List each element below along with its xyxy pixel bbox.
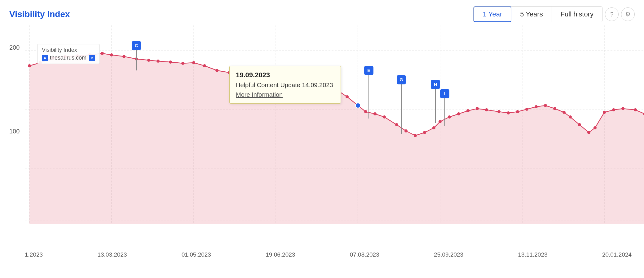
svg-point-63 [569, 115, 572, 119]
svg-point-28 [215, 69, 218, 72]
svg-point-60 [544, 104, 547, 107]
marker-pin-I: I [440, 89, 449, 98]
svg-point-61 [553, 107, 556, 110]
time-range-buttons: 1 Year 5 Years Full history [473, 6, 602, 22]
legend-label: Visibility Index [42, 47, 95, 53]
legend-domain: thesaurus.com [50, 55, 86, 61]
marker-I[interactable]: I [440, 89, 449, 126]
x-label-7: 13.11.2023 [518, 251, 547, 258]
x-axis: 1.2023 13.03.2023 01.05.2023 19.06.2023 … [25, 251, 632, 258]
svg-point-67 [603, 111, 606, 114]
svg-point-51 [457, 112, 460, 115]
chart-tooltip: 19.09.2023 Helpful Content Update 14.09.… [229, 66, 341, 104]
marker-pin-G: G [397, 75, 406, 84]
marker-line-G [401, 84, 402, 134]
svg-point-58 [525, 108, 528, 111]
svg-point-22 [147, 59, 150, 62]
chart-area: 200 100 [6, 25, 638, 267]
marker-line-E [368, 75, 369, 119]
svg-point-46 [414, 134, 417, 137]
svg-point-27 [203, 64, 206, 67]
button-full-history[interactable]: Full history [552, 7, 602, 22]
tooltip-date: 19.09.2023 [236, 71, 334, 79]
y-label-200: 200 [9, 44, 20, 51]
tooltip-event: Helpful Content Update 14.09.2023 [236, 82, 334, 89]
svg-point-26 [192, 61, 195, 64]
tooltip-more-info[interactable]: More Information [236, 91, 334, 98]
marker-pin-E: E [364, 66, 373, 75]
marker-C[interactable]: C [132, 41, 141, 70]
x-label-6: 25.09.2023 [434, 251, 463, 258]
svg-point-55 [497, 110, 501, 113]
svg-point-57 [516, 110, 519, 113]
marker-E[interactable]: E [364, 66, 373, 119]
svg-point-47 [423, 131, 426, 134]
marker-H[interactable]: H [431, 80, 440, 123]
chart-legend: Visibility Index A thesaurus.com B [37, 44, 100, 64]
button-5years[interactable]: 5 Years [511, 7, 552, 22]
svg-point-42 [373, 112, 377, 115]
header-controls: 1 Year 5 Years Full history ? ⚙ [473, 6, 635, 22]
svg-point-53 [476, 107, 479, 110]
svg-point-48 [432, 126, 435, 129]
chart-container: Visibility Index 1 Year 5 Years Full his… [0, 0, 644, 278]
x-label-1: 1.2023 [25, 251, 43, 258]
x-label-5: 07.08.2023 [350, 251, 379, 258]
svg-point-20 [122, 55, 126, 58]
svg-point-65 [587, 131, 590, 134]
x-label-2: 13.03.2023 [97, 251, 127, 258]
svg-point-64 [578, 123, 581, 126]
marker-line-H [435, 89, 436, 123]
button-1year[interactable]: 1 Year [474, 7, 511, 22]
svg-point-52 [466, 109, 470, 112]
marker-pin-C: C [132, 41, 141, 50]
header: Visibility Index 1 Year 5 Years Full his… [6, 6, 638, 22]
x-label-3: 01.05.2023 [182, 251, 211, 258]
svg-point-12 [28, 64, 31, 67]
svg-point-23 [157, 60, 160, 63]
svg-point-62 [562, 111, 566, 114]
svg-point-69 [621, 107, 624, 110]
x-label-4: 19.06.2023 [266, 251, 295, 258]
marker-line-C [136, 50, 137, 70]
marker-pin-H: H [431, 80, 440, 89]
chart-svg [25, 25, 644, 243]
svg-point-68 [612, 108, 615, 111]
svg-point-66 [593, 126, 597, 129]
svg-point-19 [110, 53, 113, 56]
svg-point-70 [634, 108, 637, 111]
svg-point-43 [383, 115, 386, 119]
marker-line-I [444, 98, 445, 126]
settings-button[interactable]: ⚙ [621, 7, 635, 21]
svg-point-59 [535, 105, 538, 108]
svg-point-39 [346, 95, 349, 98]
svg-point-24 [169, 61, 172, 64]
svg-point-54 [485, 108, 488, 111]
help-button[interactable]: ? [605, 7, 619, 21]
page-title: Visibility Index [9, 9, 70, 19]
svg-point-18 [101, 52, 104, 55]
x-label-8: 20.01.2024 [602, 251, 632, 258]
svg-point-25 [181, 62, 184, 65]
y-label-100: 100 [9, 128, 20, 135]
svg-point-56 [507, 111, 510, 114]
marker-G[interactable]: G [397, 75, 406, 134]
